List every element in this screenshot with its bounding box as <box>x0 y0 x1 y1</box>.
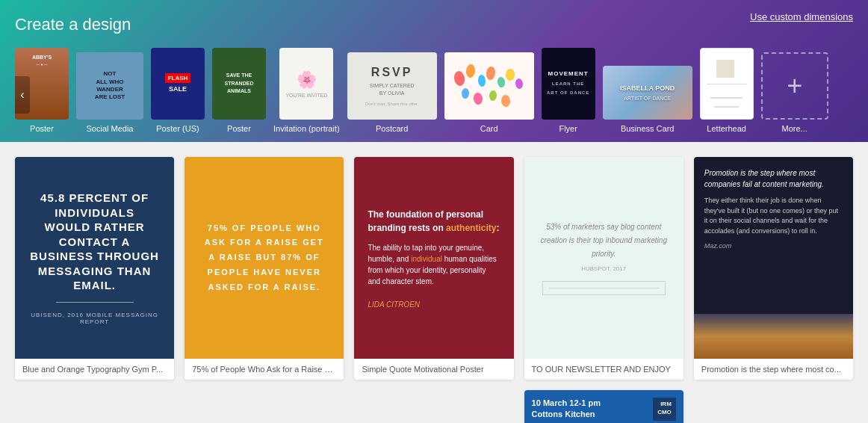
card5-author: Maz.com <box>704 242 843 250</box>
scroll-left-button[interactable]: ‹ <box>15 76 30 114</box>
card-label-yellow-raise: 75% of People Who Ask for a Raise G... <box>185 359 344 380</box>
card-label-dark-promo: Promotion is the step where most co... <box>694 359 853 380</box>
card5-title: Promotion is the step where most compani… <box>704 167 843 190</box>
card4-main-text: 53% of marketers say blog content creati… <box>536 220 672 261</box>
card6-badge: IRMCMO <box>653 398 676 421</box>
design-type-label-letterhead: Letterhead <box>707 124 746 142</box>
card6-top: 10 March 12-1 pmCottons Kitchen IRMCMO <box>532 398 676 421</box>
design-type-label-posterus: Poster (US) <box>156 124 199 142</box>
design-type-label-invitation: Invitation (portrait) <box>273 124 340 142</box>
card3-highlight: authenticity <box>446 223 496 233</box>
card5-body: They either think their job is done when… <box>704 196 843 236</box>
card5-background: Promotion is the step where most compani… <box>694 157 853 359</box>
design-type-invitation[interactable]: 🌸 YOU'RE INVITED Invitation (portrait) <box>273 48 340 142</box>
design-type-label-flyer: Flyer <box>559 124 577 142</box>
card5-horizon-decoration <box>694 314 853 359</box>
gallery-card-community[interactable]: 10 March 12-1 pmCottons Kitchen IRMCMO C… <box>524 390 683 423</box>
design-type-label-card: Card <box>480 124 498 142</box>
header-banner: Use custom dimensions Create a design ‹ … <box>0 0 868 142</box>
design-type-label-postcard: Postcard <box>376 124 408 142</box>
page-title: Create a design <box>15 15 853 34</box>
card3-background: The foundation of personal branding rest… <box>354 157 513 359</box>
use-custom-dimensions-button[interactable]: Use custom dimensions <box>750 11 853 22</box>
card4-italic: 53% of marketers say blog content creati… <box>540 223 667 258</box>
card1-divider <box>56 302 134 303</box>
card6-date-text: 10 March 12-1 pmCottons Kitchen <box>532 398 601 421</box>
gallery-card-dark-promo[interactable]: Promotion is the step where most compani… <box>694 157 853 380</box>
gallery-card-yellow-raise[interactable]: 75% OF PEOPLE WHO ASK FOR A RAISE GET A … <box>185 157 344 380</box>
card1-main-text: 45.8 PERCENT OF INDIVIDUALS WOULD RATHER… <box>30 191 159 293</box>
card-preview-newsletter: 53% of marketers say blog content creati… <box>524 157 683 359</box>
design-types-wrapper: ‹ ABBY'S— ♦ — Poster NOTALL WHOWANDERARE… <box>15 48 853 142</box>
card-preview-community: 10 March 12-1 pmCottons Kitchen IRMCMO C… <box>524 390 683 423</box>
design-type-bizcard[interactable]: ISABELLA POND ARTIST OF DANCE Business C… <box>603 66 692 142</box>
card4-background: 53% of marketers say blog content creati… <box>524 157 683 359</box>
card2-main-text: 75% OF PEOPLE WHO ASK FOR A RAISE GET A … <box>199 221 329 295</box>
card1-sub-text: UBISEND, 2016 MOBILE MESSAGING REPORT <box>30 312 159 325</box>
card-label-blue-gym: Blue and Orange Typography Gym P... <box>15 359 174 380</box>
card-preview-red-quote: The foundation of personal branding rest… <box>354 157 513 359</box>
social-thumb-text: NOTALL WHOWANDERARE LOST <box>90 66 129 106</box>
flash-badge: FLASH <box>165 73 191 83</box>
design-type-social-media[interactable]: NOTALL WHOWANDERARE LOST Social Media <box>76 52 143 142</box>
card6-background: 10 March 12-1 pmCottons Kitchen IRMCMO C… <box>524 390 683 423</box>
more-plus-icon: + <box>787 70 802 102</box>
design-type-poster-us[interactable]: FLASH SALE Poster (US) <box>151 48 205 142</box>
card-preview-yellow-raise: 75% OF PEOPLE WHO ASK FOR A RAISE GET A … <box>185 157 344 359</box>
card-label-newsletter: TO OUR NEWSLETTER AND ENJOY <box>524 359 683 380</box>
gallery-card-blue-gym[interactable]: 45.8 PERCENT OF INDIVIDUALS WOULD RATHER… <box>15 157 174 380</box>
content-area: 45.8 PERCENT OF INDIVIDUALS WOULD RATHER… <box>0 142 868 423</box>
card3-author: LIDA CITROEN <box>368 300 500 309</box>
design-type-label-social: Social Media <box>87 124 134 142</box>
gallery-card-red-quote[interactable]: The foundation of personal branding rest… <box>354 157 513 380</box>
design-type-letterhead[interactable]: Letterhead <box>700 48 754 142</box>
design-type-poster2[interactable]: SAVE THESTRANDEDANIMALS Poster <box>212 48 266 142</box>
design-type-label-bizcard: Business Card <box>621 124 675 142</box>
design-type-label-poster2: Poster <box>227 124 251 142</box>
card-drops-svg <box>444 52 534 120</box>
design-type-label-more: More... <box>782 124 807 142</box>
card3-individual: individual <box>411 255 442 263</box>
design-type-postcard[interactable]: RSVP SIMPLY CATEREDBY OLIVIA Don't wait.… <box>347 52 437 142</box>
card-label-red-quote: Simple Quote Motivational Poster <box>354 359 513 380</box>
card3-body-text: The ability to tap into your genuine, hu… <box>368 242 500 287</box>
design-type-flyer[interactable]: MOVEMENTLEARN THE ART OF DANCE Flyer <box>542 48 595 142</box>
card-preview-dark-promo: Promotion is the step where most compani… <box>694 157 853 359</box>
design-type-card[interactable]: Card <box>444 52 534 142</box>
card1-background: 45.8 PERCENT OF INDIVIDUALS WOULD RATHER… <box>15 157 174 359</box>
card3-title-text: The foundation of personal branding rest… <box>368 208 500 235</box>
gallery-grid: 45.8 PERCENT OF INDIVIDUALS WOULD RATHER… <box>15 157 853 423</box>
card4-border-decoration <box>542 281 666 295</box>
card-preview-blue-gym: 45.8 PERCENT OF INDIVIDUALS WOULD RATHER… <box>15 157 174 359</box>
design-type-more[interactable]: + More... <box>761 52 828 142</box>
design-types-list: ABBY'S— ♦ — Poster NOTALL WHOWANDERARE L… <box>15 48 853 142</box>
card2-background: 75% OF PEOPLE WHO ASK FOR A RAISE GET A … <box>185 157 344 359</box>
card4-source: HUBSPOT, 2017 <box>581 265 626 272</box>
gallery-card-newsletter[interactable]: 53% of marketers say blog content creati… <box>524 157 683 380</box>
design-type-label-poster1: Poster <box>30 124 54 142</box>
